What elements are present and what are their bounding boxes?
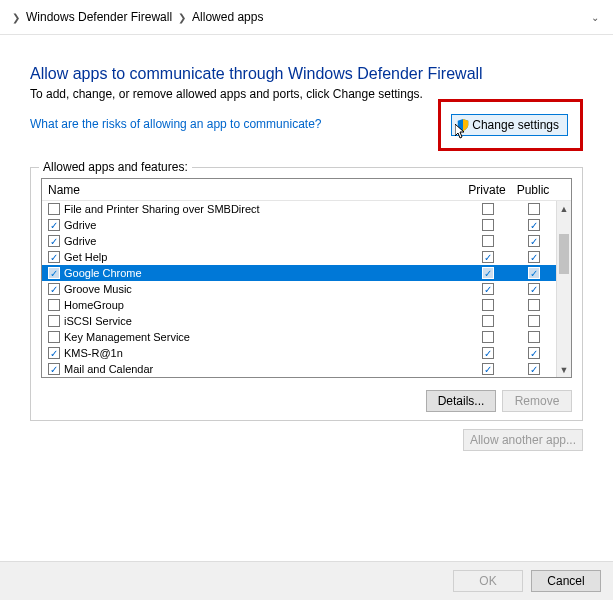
enable-checkbox[interactable] — [48, 299, 60, 311]
app-name: Gdrive — [64, 219, 464, 231]
enable-checkbox[interactable]: ✓ — [48, 267, 60, 279]
table-row[interactable]: Key Management Service — [42, 329, 571, 345]
enable-checkbox[interactable]: ✓ — [48, 283, 60, 295]
enable-checkbox[interactable]: ✓ — [48, 235, 60, 247]
change-settings-button[interactable]: Change settings — [451, 114, 568, 136]
app-name: Groove Music — [64, 283, 464, 295]
private-checkbox[interactable]: ✓ — [482, 283, 494, 295]
scroll-thumb[interactable] — [559, 234, 569, 274]
table-row[interactable]: iSCSI Service — [42, 313, 571, 329]
table-row[interactable]: HomeGroup — [42, 297, 571, 313]
app-name: KMS-R@1n — [64, 347, 464, 359]
details-button[interactable]: Details... — [426, 390, 496, 412]
scrollbar[interactable]: ▲ ▼ — [556, 201, 571, 377]
app-name: Google Chrome — [64, 267, 464, 279]
public-checkbox[interactable]: ✓ — [528, 363, 540, 375]
table-row[interactable]: File and Printer Sharing over SMBDirect — [42, 201, 571, 217]
footer: OK Cancel — [0, 561, 613, 600]
public-checkbox[interactable]: ✓ — [528, 347, 540, 359]
chevron-down-icon[interactable]: ⌄ — [591, 12, 605, 23]
private-checkbox[interactable]: ✓ — [482, 363, 494, 375]
scroll-down-icon[interactable]: ▼ — [557, 362, 571, 377]
private-checkbox[interactable] — [482, 299, 494, 311]
private-checkbox[interactable]: ✓ — [482, 347, 494, 359]
chevron-right-icon: ❯ — [8, 12, 24, 23]
private-checkbox[interactable] — [482, 235, 494, 247]
group-title: Allowed apps and features: — [39, 160, 192, 174]
allowed-apps-group: Allowed apps and features: Name Private … — [30, 167, 583, 421]
public-checkbox[interactable] — [528, 203, 540, 215]
public-checkbox[interactable] — [528, 315, 540, 327]
app-name: iSCSI Service — [64, 315, 464, 327]
enable-checkbox[interactable] — [48, 203, 60, 215]
table-row[interactable]: ✓KMS-R@1n✓✓ — [42, 345, 571, 361]
enable-checkbox[interactable]: ✓ — [48, 363, 60, 375]
private-checkbox[interactable] — [482, 219, 494, 231]
app-name: Mail and Calendar — [64, 363, 464, 375]
change-settings-highlight: Change settings — [438, 99, 583, 151]
app-name: HomeGroup — [64, 299, 464, 311]
enable-checkbox[interactable]: ✓ — [48, 251, 60, 263]
public-checkbox[interactable]: ✓ — [528, 235, 540, 247]
apps-table: Name Private Public File and Printer Sha… — [41, 178, 572, 378]
cancel-button[interactable]: Cancel — [531, 570, 601, 592]
public-checkbox[interactable]: ✓ — [528, 283, 540, 295]
table-row[interactable]: ✓Groove Music✓✓ — [42, 281, 571, 297]
enable-checkbox[interactable]: ✓ — [48, 219, 60, 231]
public-checkbox[interactable] — [528, 331, 540, 343]
shield-icon — [456, 118, 470, 132]
public-checkbox[interactable] — [528, 299, 540, 311]
allow-another-app-button[interactable]: Allow another app... — [463, 429, 583, 451]
private-checkbox[interactable] — [482, 315, 494, 327]
public-checkbox[interactable]: ✓ — [528, 219, 540, 231]
change-settings-label: Change settings — [472, 118, 559, 132]
enable-checkbox[interactable] — [48, 315, 60, 327]
private-checkbox[interactable]: ✓ — [482, 251, 494, 263]
ok-button[interactable]: OK — [453, 570, 523, 592]
table-row[interactable]: ✓Get Help✓✓ — [42, 249, 571, 265]
table-row[interactable]: ✓Gdrive✓ — [42, 233, 571, 249]
table-header: Name Private Public — [42, 179, 571, 201]
breadcrumb-firewall[interactable]: Windows Defender Firewall — [24, 8, 174, 26]
breadcrumb-allowed-apps[interactable]: Allowed apps — [190, 8, 265, 26]
chevron-right-icon: ❯ — [174, 12, 190, 23]
private-checkbox[interactable] — [482, 203, 494, 215]
col-header-private[interactable]: Private — [464, 183, 510, 197]
public-checkbox[interactable]: ✓ — [528, 251, 540, 263]
risk-link[interactable]: What are the risks of allowing an app to… — [30, 113, 321, 131]
private-checkbox[interactable] — [482, 331, 494, 343]
app-name: Key Management Service — [64, 331, 464, 343]
remove-button[interactable]: Remove — [502, 390, 572, 412]
breadcrumb[interactable]: ❯ Windows Defender Firewall ❯ Allowed ap… — [0, 0, 613, 35]
table-body: File and Printer Sharing over SMBDirect✓… — [42, 201, 571, 377]
page-title: Allow apps to communicate through Window… — [30, 65, 583, 83]
private-checkbox[interactable]: ✓ — [482, 267, 494, 279]
col-header-public[interactable]: Public — [510, 183, 556, 197]
enable-checkbox[interactable] — [48, 331, 60, 343]
public-checkbox[interactable]: ✓ — [528, 267, 540, 279]
col-header-name[interactable]: Name — [42, 183, 464, 197]
app-name: Get Help — [64, 251, 464, 263]
enable-checkbox[interactable]: ✓ — [48, 347, 60, 359]
table-row[interactable]: ✓Google Chrome✓✓ — [42, 265, 571, 281]
table-row[interactable]: ✓Gdrive✓ — [42, 217, 571, 233]
table-row[interactable]: ✓Mail and Calendar✓✓ — [42, 361, 571, 377]
app-name: File and Printer Sharing over SMBDirect — [64, 203, 464, 215]
app-name: Gdrive — [64, 235, 464, 247]
scroll-up-icon[interactable]: ▲ — [557, 201, 571, 216]
